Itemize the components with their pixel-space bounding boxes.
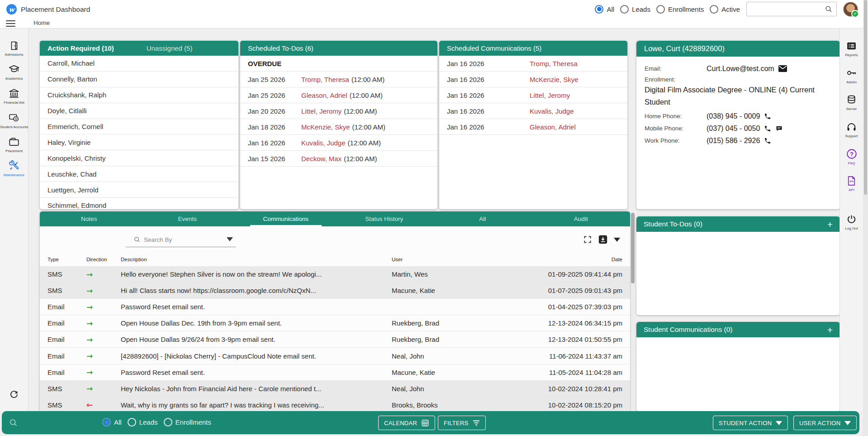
filter-radio-option[interactable]: Leads	[128, 418, 158, 426]
search-by-field[interactable]: Search By	[126, 232, 236, 247]
radio-button[interactable]	[128, 418, 136, 426]
radio-button[interactable]	[595, 5, 603, 14]
page-scrollbar[interactable]	[863, 0, 868, 436]
scheduled-communication-row[interactable]: Jan 16 2026 Gleason, Adriel	[439, 119, 627, 135]
user-action-button[interactable]: USER ACTION	[793, 416, 857, 430]
communication-table-row[interactable]: Email → Open House Dallas Dec. 19th from…	[40, 315, 630, 331]
todo-student-name[interactable]: Littel, Jeromy	[301, 107, 342, 115]
action-required-row[interactable]: Cruickshank, Ralph	[40, 87, 238, 103]
envelope-icon[interactable]	[778, 65, 787, 72]
comm-student-name[interactable]: Tromp, Theresa	[530, 60, 578, 67]
tab-notes[interactable]: Notes	[40, 211, 138, 226]
filter-radio-option[interactable]: Enrollments	[164, 418, 211, 426]
table-menu-dropdown-icon[interactable]	[614, 238, 620, 242]
fullscreen-icon[interactable]	[583, 235, 592, 244]
filters-button[interactable]: FILTERS	[438, 416, 486, 430]
communication-table-row[interactable]: Email → Password Reset email sent. 01-04…	[40, 299, 630, 315]
scheduled-todo-row[interactable]: Jan 25 2026 Gleason, Adriel (12:00 AM)	[240, 87, 437, 103]
radio-button[interactable]	[164, 418, 172, 426]
communication-table-row[interactable]: SMS → Hello everyone! Stephen Silver is …	[40, 266, 630, 283]
todo-student-name[interactable]: McKenzie, Skye	[301, 123, 350, 131]
phone-icon[interactable]	[764, 125, 771, 132]
action-required-row[interactable]: Connelly, Barton	[40, 72, 238, 87]
sidebar-item-financial-aid[interactable]: Financial Aid	[4, 87, 24, 105]
export-icon[interactable]	[598, 235, 608, 244]
sidebar-item-logout[interactable]: Log Out	[845, 214, 858, 230]
search-by-dropdown-icon[interactable]	[227, 237, 233, 241]
filter-radio-option[interactable]: All	[595, 5, 614, 14]
action-required-row[interactable]: Luettgen, Jerrold	[40, 182, 238, 198]
student-action-button[interactable]: STUDENT ACTION	[713, 416, 788, 430]
column-date[interactable]: Date	[525, 257, 622, 262]
sidebar-item-placement[interactable]: Placement	[5, 136, 23, 153]
action-required-row[interactable]: Doyle, Citlalli	[40, 103, 238, 119]
comm-student-name[interactable]: Littel, Jeromy	[530, 91, 570, 99]
radio-button[interactable]	[620, 5, 629, 14]
global-search-box[interactable]	[746, 2, 837, 16]
tab-action-required[interactable]: Action Required (10)	[47, 44, 114, 52]
action-required-row[interactable]: Emmerich, Cornell	[40, 119, 238, 135]
sidebar-item-maintenance[interactable]: Maintenance	[4, 160, 24, 177]
footer-search-icon[interactable]	[9, 418, 18, 427]
breadcrumb[interactable]: Home	[33, 19, 50, 26]
tab-events[interactable]: Events	[138, 211, 237, 226]
sidebar-item-support[interactable]: Support	[845, 121, 858, 138]
sidebar-item-student-accounts[interactable]: $ Student Accounts	[0, 112, 28, 129]
scheduled-todo-row[interactable]: Jan 25 2026 Tromp, Theresa (12:00 AM)	[240, 72, 437, 87]
sidebar-item-server[interactable]: Server	[846, 94, 857, 111]
communication-table-row[interactable]: SMS → Hi all! Class starts now! https://…	[40, 283, 630, 299]
calendar-button[interactable]: CALENDAR	[378, 416, 435, 430]
tab-all[interactable]: All	[433, 211, 532, 226]
tab-audit[interactable]: Audit	[532, 211, 631, 226]
sidebar-item-admissions[interactable]: Admissions	[5, 40, 24, 57]
filter-radio-option[interactable]: All	[102, 418, 122, 426]
menu-icon[interactable]	[6, 20, 15, 27]
todo-student-name[interactable]: Tromp, Theresa	[301, 76, 349, 83]
user-avatar[interactable]: ✓	[843, 2, 858, 17]
refresh-icon[interactable]	[9, 389, 19, 400]
scheduled-communication-row[interactable]: Jan 16 2026 Kuvalis, Judge	[439, 103, 627, 119]
add-todo-button[interactable]: +	[827, 220, 833, 229]
tab-communications[interactable]: Communications	[237, 211, 335, 226]
comm-student-name[interactable]: Gleason, Adriel	[530, 123, 576, 131]
communication-table-row[interactable]: Email → Password Reset email sent. Macun…	[40, 364, 630, 381]
sidebar-item-api[interactable]: <> API	[846, 175, 857, 192]
action-required-row[interactable]: Carroll, Michael	[40, 56, 238, 72]
radio-button[interactable]	[656, 5, 665, 14]
column-direction[interactable]: Direction	[86, 257, 121, 262]
sidebar-item-faq[interactable]: ? FAQ	[846, 148, 858, 165]
radio-button[interactable]	[710, 5, 718, 14]
scheduled-communication-row[interactable]: Jan 16 2026 Littel, Jeromy	[439, 87, 627, 103]
radio-button[interactable]	[102, 418, 111, 426]
global-search-input[interactable]	[747, 2, 836, 16]
todo-student-name[interactable]: Deckow, Max	[301, 155, 342, 163]
column-description[interactable]: Description	[121, 257, 392, 262]
sidebar-item-admin[interactable]: Admin	[846, 67, 858, 84]
column-user[interactable]: User	[392, 257, 525, 262]
sidebar-item-academics[interactable]: Academics	[5, 63, 23, 81]
communication-table-row[interactable]: Email → [428892600] - [Nickolas Cherry] …	[40, 348, 630, 364]
email-value[interactable]: Curt.Lowe@test.com	[707, 65, 774, 73]
scheduled-todo-row[interactable]: Jan 15 2026 Deckow, Max (12:00 AM)	[240, 151, 437, 167]
detail-scrollbar[interactable]	[631, 213, 635, 410]
phone-icon[interactable]	[764, 137, 771, 144]
filter-radio-option[interactable]: Leads	[620, 5, 650, 14]
filter-radio-option[interactable]: Enrollments	[656, 5, 704, 14]
search-icon[interactable]	[825, 5, 833, 13]
filter-radio-option[interactable]: Active	[710, 5, 740, 14]
tab-status-history[interactable]: Status History	[335, 211, 434, 226]
column-type[interactable]: Type	[47, 257, 86, 262]
phone-icon[interactable]	[764, 113, 771, 120]
action-required-row[interactable]: Leuschke, Chad	[40, 166, 238, 182]
tab-unassigned[interactable]: Unassigned (5)	[147, 44, 193, 52]
scheduled-todo-row[interactable]: Jan 20 2026 Littel, Jeromy (12:00 AM)	[240, 103, 437, 119]
communication-table-row[interactable]: SMS ← Wait, why is my grants so far apar…	[40, 397, 630, 411]
sidebar-item-reports[interactable]: Reports	[845, 40, 858, 57]
todo-student-name[interactable]: Gleason, Adriel	[301, 91, 347, 99]
sms-chat-icon[interactable]	[775, 125, 783, 132]
action-required-row[interactable]: Konopelski, Christy	[40, 150, 238, 166]
add-communication-button[interactable]: +	[827, 325, 833, 335]
todo-student-name[interactable]: Kuvalis, Judge	[301, 139, 346, 147]
communication-table-row[interactable]: Email → Open House Dallas 9/26/24 from 3…	[40, 331, 630, 348]
scheduled-communication-row[interactable]: Jan 16 2026 McKenzie, Skye	[439, 72, 627, 87]
